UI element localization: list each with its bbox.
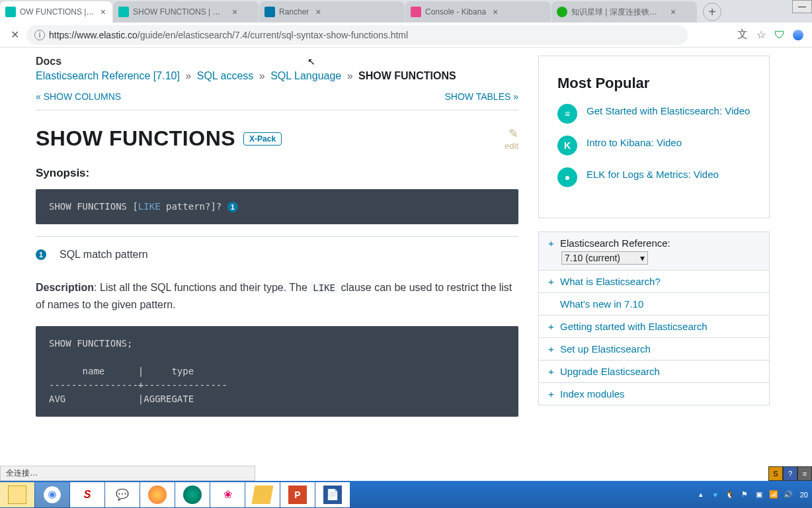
nav-expand-icon[interactable]: + — [548, 366, 555, 377]
nav-link[interactable]: Getting started with Elasticsearch — [560, 321, 708, 332]
nav-link[interactable]: Upgrade Elasticsearch — [560, 366, 660, 377]
shield-icon[interactable]: 🛡 — [774, 29, 786, 41]
taskbar-chrome[interactable] — [35, 482, 69, 507]
popular-item: ≡ Get Started with Elasticsearch: Video — [557, 104, 751, 124]
nav-item[interactable]: + What is Elasticsearch? — [539, 271, 769, 293]
breadcrumb-link[interactable]: SQL Language — [270, 70, 341, 81]
ime-toolbar[interactable]: S ? ≡ — [768, 466, 812, 481]
tray-chevron-icon[interactable]: ▴ — [696, 489, 706, 500]
close-icon[interactable]: × — [313, 7, 323, 17]
close-icon[interactable]: × — [668, 7, 678, 17]
new-tab-button[interactable]: + — [703, 3, 721, 21]
breadcrumb-link[interactable]: SQL access — [197, 70, 254, 81]
nav-item[interactable]: + Index modules — [539, 383, 769, 405]
nav-item[interactable]: + Getting started with Elasticsearch — [539, 316, 769, 338]
popular-link[interactable]: ELK for Logs & Metrics: Video — [587, 167, 719, 181]
tray-shield-icon[interactable]: ♥ — [710, 489, 721, 500]
tray-icon[interactable]: ⚑ — [739, 489, 750, 500]
taskbar-firefox[interactable] — [140, 482, 175, 507]
toolbar-right: 文 ☆ 🛡 — [737, 29, 804, 41]
description-paragraph: Description: List all the SQL functions … — [36, 279, 518, 313]
popular-link[interactable]: Get Started with Elasticsearch: Video — [587, 104, 750, 118]
favicon-zhishi — [557, 7, 567, 17]
taskbar-wechat[interactable]: 💬 — [105, 482, 140, 507]
ime-sogou-icon[interactable]: S — [768, 466, 783, 481]
nav-link[interactable]: Index modules — [560, 388, 625, 400]
browser-tab-1[interactable]: OW FUNCTIONS | Elastics × — [0, 1, 112, 22]
nav-expand-icon[interactable]: + — [548, 237, 555, 249]
code-block-example: SHOW FUNCTIONS; name | type ------------… — [36, 326, 518, 417]
close-icon[interactable]: × — [490, 7, 501, 17]
tray-qq-icon[interactable]: 🐧 — [725, 489, 735, 500]
taskbar-app[interactable] — [175, 482, 210, 507]
nav-link[interactable]: Set up Elasticsearch — [560, 343, 651, 355]
nav-item-sub[interactable]: What's new in 7.10 — [539, 293, 769, 316]
nav-link[interactable]: What's new in 7.10 — [560, 298, 643, 310]
breadcrumb-link[interactable]: Elasticsearch Reference [7.10] — [36, 70, 180, 81]
nav-expand-icon[interactable]: + — [548, 276, 555, 287]
most-popular-title: Most Popular — [557, 75, 751, 92]
taskbar-powerpoint[interactable]: P — [280, 482, 315, 507]
tray-time[interactable]: 20 — [797, 491, 808, 499]
close-icon[interactable]: × — [99, 7, 107, 17]
taskbar-app[interactable]: 📄 — [315, 482, 350, 507]
tray-volume-icon[interactable]: 🔊 — [783, 489, 793, 500]
synopsis-heading: Synopsis: — [36, 167, 518, 180]
url-path: /guide/en/elasticsearch/7.4/current/sql-… — [138, 30, 408, 40]
prev-link[interactable]: « SHOW COLUMNS — [36, 91, 121, 102]
next-link[interactable]: SHOW TABLES » — [444, 91, 518, 102]
edit-label: edit — [505, 141, 518, 151]
callout-row: 1 SQL match pattern — [36, 249, 518, 261]
address-bar: ✕ i https://www.elastic.co/guide/en/elas… — [0, 22, 812, 48]
minimize-button[interactable]: — — [792, 0, 812, 13]
favicon-elastic — [5, 7, 16, 17]
desc-label: Description — [36, 282, 94, 293]
main-column: Docs Elasticsearch Reference [7.10] » SQ… — [36, 56, 518, 481]
taskbar-explorer[interactable] — [0, 482, 34, 507]
inline-code: LIKE — [310, 282, 338, 294]
nav-expand-icon[interactable]: + — [548, 343, 555, 355]
nav-header-label: Elasticsearch Reference: — [560, 237, 670, 249]
favicon-rancher — [264, 7, 275, 17]
nav-expand-icon[interactable]: + — [548, 388, 555, 400]
tab-title: Rancher — [279, 7, 309, 17]
nav-link[interactable]: What is Elasticsearch? — [560, 276, 661, 287]
nav-item[interactable]: + Upgrade Elasticsearch — [539, 360, 769, 383]
nav-item[interactable]: + Set up Elasticsearch — [539, 338, 769, 360]
ime-help-icon[interactable]: ? — [783, 466, 797, 481]
tray-icon[interactable]: ▣ — [754, 489, 764, 500]
stop-reload-icon[interactable]: ✕ — [8, 28, 21, 42]
edit-link[interactable]: ✎ edit — [505, 126, 518, 151]
tray-wifi-icon[interactable]: 📶 — [768, 489, 779, 500]
profile-icon[interactable] — [792, 29, 804, 41]
page-content: Docs Elasticsearch Reference [7.10] » SQ… — [0, 48, 812, 481]
bookmark-icon[interactable]: ☆ — [755, 29, 767, 41]
ime-menu-icon[interactable]: ≡ — [797, 466, 812, 481]
chrome-icon — [43, 486, 61, 504]
title-row: SHOW FUNCTIONS X-Pack ✎ edit — [36, 126, 518, 151]
taskbar-app[interactable]: ❀ — [210, 482, 245, 507]
window-controls: — — [792, 0, 812, 13]
url-input[interactable]: i https://www.elastic.co/guide/en/elasti… — [26, 25, 688, 45]
nav-expand-icon[interactable]: + — [548, 321, 555, 332]
logs-icon: ● — [557, 167, 577, 187]
divider — [36, 236, 518, 237]
dropdown-icon: ▾ — [640, 253, 645, 263]
sidebar: Most Popular ≡ Get Started with Elastics… — [538, 56, 770, 481]
taskbar-app[interactable]: S — [70, 482, 104, 507]
version-label: 7.10 (current) — [565, 253, 620, 263]
close-icon[interactable]: × — [229, 7, 240, 17]
breadcrumb-current: SHOW FUNCTIONS — [358, 70, 456, 81]
tab-title: SHOW FUNCTIONS | Elastics — [133, 7, 225, 17]
browser-tab-3[interactable]: Rancher × — [259, 1, 405, 22]
popular-link[interactable]: Intro to Kibana: Video — [587, 136, 682, 149]
browser-tab-4[interactable]: Console - Kibana × — [405, 1, 551, 22]
svg-point-3 — [50, 492, 55, 497]
browser-tab-2[interactable]: SHOW FUNCTIONS | Elastics × — [113, 1, 259, 22]
browser-tab-5[interactable]: 知识星球 | 深度连接铁杆粉丝 × — [551, 1, 697, 22]
translate-icon[interactable]: 文 — [737, 29, 749, 41]
version-select[interactable]: 7.10 (current) ▾ — [561, 251, 648, 265]
info-icon[interactable]: i — [34, 30, 45, 40]
pencil-icon: ✎ — [505, 126, 518, 141]
taskbar-app[interactable] — [245, 482, 280, 507]
